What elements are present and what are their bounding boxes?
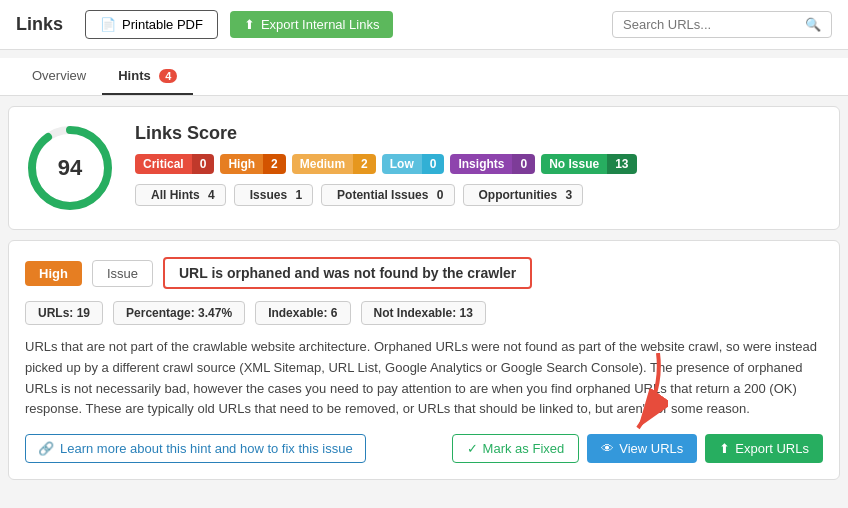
stat-not-indexable: Not Indexable: 13 — [361, 301, 486, 325]
learn-more-link[interactable]: 🔗 Learn more about this hint and how to … — [25, 434, 366, 463]
export-internal-links-button[interactable]: ⬆ Export Internal Links — [230, 11, 394, 38]
external-link-icon: 🔗 — [38, 441, 54, 456]
score-title: Links Score — [135, 123, 823, 144]
score-card: 94 Links Score Critical 0 High 2 Medium … — [8, 106, 840, 230]
stat-indexable: Indexable: 6 — [255, 301, 350, 325]
score-value: 94 — [58, 155, 82, 181]
issue-type-label: Issue — [92, 260, 153, 287]
badge-high[interactable]: High 2 — [220, 154, 285, 174]
issue-card: High Issue URL is orphaned and was not f… — [8, 240, 840, 480]
score-info: Links Score Critical 0 High 2 Medium 2 L… — [135, 123, 823, 206]
stat-urls: URLs: 19 — [25, 301, 103, 325]
issue-stats: URLs: 19 Percentage: 3.47% Indexable: 6 … — [25, 301, 823, 325]
badge-noissue[interactable]: No Issue 13 — [541, 154, 636, 174]
badge-critical[interactable]: Critical 0 — [135, 154, 214, 174]
search-box: 🔍 — [612, 11, 832, 38]
upload-icon: ⬆ — [719, 441, 730, 456]
tabs-bar: Overview Hints 4 — [0, 58, 848, 96]
search-icon: 🔍 — [805, 17, 821, 32]
stat-percentage: Percentage: 3.47% — [113, 301, 245, 325]
issue-severity-badge: High — [25, 261, 82, 286]
tab-overview[interactable]: Overview — [16, 58, 102, 95]
eye-icon: 👁 — [601, 441, 614, 456]
mark-as-fixed-button[interactable]: ✓ Mark as Fixed — [452, 434, 580, 463]
badge-low[interactable]: Low 0 — [382, 154, 445, 174]
footer-buttons: ✓ Mark as Fixed 👁 View URLs ⬆ Export URL… — [452, 434, 823, 463]
filter-issues[interactable]: Issues 1 — [234, 184, 313, 206]
file-icon: 📄 — [100, 17, 116, 32]
hints-badge: 4 — [159, 69, 177, 83]
badge-insights[interactable]: Insights 0 — [450, 154, 535, 174]
issue-header: High Issue URL is orphaned and was not f… — [25, 257, 823, 289]
badge-medium[interactable]: Medium 2 — [292, 154, 376, 174]
filter-tags: All Hints 4 Issues 1 Potential Issues 0 … — [135, 184, 823, 206]
export-urls-button[interactable]: ⬆ Export URLs — [705, 434, 823, 463]
export-icon: ⬆ — [244, 17, 255, 32]
printable-pdf-button[interactable]: 📄 Printable PDF — [85, 10, 218, 39]
issue-title: URL is orphaned and was not found by the… — [163, 257, 532, 289]
search-input[interactable] — [623, 17, 805, 32]
tab-hints[interactable]: Hints 4 — [102, 58, 193, 95]
filter-all-hints[interactable]: All Hints 4 — [135, 184, 226, 206]
score-badges: Critical 0 High 2 Medium 2 Low 0 Insight… — [135, 154, 823, 174]
issue-description: URLs that are not part of the crawlable … — [25, 337, 823, 420]
view-urls-button[interactable]: 👁 View URLs — [587, 434, 697, 463]
issue-footer: 🔗 Learn more about this hint and how to … — [25, 434, 823, 463]
checkmark-icon: ✓ — [467, 441, 478, 456]
score-donut: 94 — [25, 123, 115, 213]
header: Links 📄 Printable PDF ⬆ Export Internal … — [0, 0, 848, 50]
red-arrow-decoration — [608, 353, 668, 433]
filter-potential-issues[interactable]: Potential Issues 0 — [321, 184, 454, 206]
filter-opportunities[interactable]: Opportunities 3 — [463, 184, 584, 206]
page-title: Links — [16, 14, 63, 35]
